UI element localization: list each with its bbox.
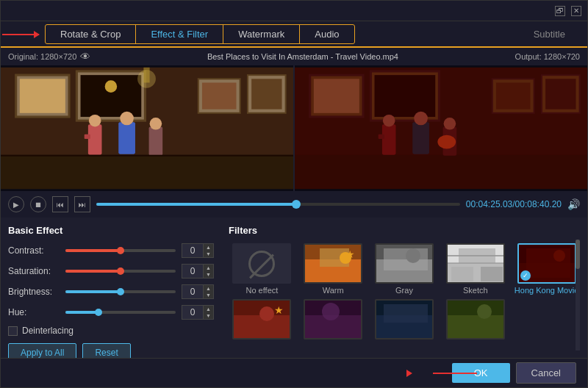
filter-item-no-effect[interactable]: No effect xyxy=(229,243,295,295)
saturation-thumb xyxy=(117,267,124,275)
svg-rect-21 xyxy=(1,155,293,157)
filter-item-r5[interactable] xyxy=(442,299,509,342)
close-button[interactable]: ✕ xyxy=(571,6,581,16)
contrast-down[interactable]: ▼ xyxy=(203,251,213,257)
tab-watermark[interactable]: Watermark xyxy=(223,25,300,43)
title-bar: 🗗 ✕ xyxy=(1,1,587,21)
hue-slider[interactable] xyxy=(65,311,176,314)
basic-effect-section: Basic Effect Contrast: 0 ▲ ▼ Satu xyxy=(8,225,214,351)
saturation-value: 0 xyxy=(182,265,203,278)
saturation-fill xyxy=(65,270,121,273)
deinterlace-label: Deinterlacing xyxy=(22,326,74,336)
filter-item-hk[interactable]: ✓ Hong Kong Movie xyxy=(513,243,580,295)
video-panel-output xyxy=(295,65,587,191)
svg-rect-4 xyxy=(20,79,65,113)
svg-point-7 xyxy=(105,80,118,93)
filter-item-r2[interactable]: ★ xyxy=(229,299,295,342)
deinterlace-checkbox[interactable] xyxy=(8,326,18,336)
saturation-up[interactable]: ▲ xyxy=(203,265,213,271)
svg-rect-54 xyxy=(459,248,495,263)
brightness-thumb xyxy=(117,288,124,295)
playback-bar: ▶ ⏹ ⏮ ⏭ 00:04:25.03/00:08:40.20 🔊 xyxy=(1,191,587,218)
svg-rect-14 xyxy=(85,134,90,139)
volume-icon[interactable]: 🔊 xyxy=(567,198,580,210)
brightness-down[interactable]: ▼ xyxy=(203,292,213,298)
svg-rect-11 xyxy=(251,79,282,109)
contrast-label: Contrast: xyxy=(8,245,60,256)
hk-check-badge: ✓ xyxy=(520,270,531,281)
cancel-button[interactable]: Cancel xyxy=(516,362,576,384)
tab-audio[interactable]: Audio xyxy=(300,25,354,43)
hue-down[interactable]: ▼ xyxy=(203,312,213,319)
svg-rect-69 xyxy=(305,301,362,340)
filter-thumb-r3 xyxy=(304,299,362,340)
svg-point-18 xyxy=(150,118,162,130)
svg-rect-12 xyxy=(88,124,102,154)
red-line2 xyxy=(433,373,477,374)
filter-item-r3[interactable] xyxy=(300,299,367,342)
svg-point-13 xyxy=(89,115,101,127)
filters-section: Filters No effect xyxy=(229,225,580,342)
warm-star-icon: ★ xyxy=(345,248,355,260)
scrollbar-thumb xyxy=(576,240,580,269)
contrast-up[interactable]: ▲ xyxy=(203,244,213,251)
filter-thumb-no-effect xyxy=(232,243,291,284)
saturation-row: Saturation: 0 ▲ ▼ xyxy=(8,264,214,279)
title-bar-controls: 🗗 ✕ xyxy=(555,6,581,16)
minimize-button[interactable]: 🗗 xyxy=(555,6,565,16)
stop-button[interactable]: ⏹ xyxy=(30,196,46,212)
basic-effect-title: Basic Effect xyxy=(8,225,214,236)
tab-arrow-indicator xyxy=(2,21,39,48)
svg-point-16 xyxy=(120,112,134,126)
brightness-slider[interactable] xyxy=(65,290,176,293)
progress-bar[interactable] xyxy=(96,203,460,206)
svg-rect-15 xyxy=(118,122,135,154)
contrast-fill xyxy=(65,249,121,252)
hue-fill xyxy=(65,311,98,314)
svg-rect-77 xyxy=(448,301,505,340)
filter-item-sketch[interactable]: Sketch xyxy=(442,243,509,295)
filter-label-gray: Gray xyxy=(395,286,413,295)
contrast-row: Contrast: 0 ▲ ▼ xyxy=(8,243,214,258)
contrast-value: 0 xyxy=(182,244,203,257)
bottom-action-bar: OK Cancel xyxy=(1,358,587,387)
filter-thumb-sketch xyxy=(446,243,505,284)
filters-title: Filters xyxy=(229,225,580,236)
contrast-arrows: ▲ ▼ xyxy=(203,244,213,257)
filter-thumb-warm: ★ xyxy=(304,243,362,284)
hue-thumb xyxy=(95,309,102,316)
brightness-label: Brightness: xyxy=(8,287,60,297)
eye-icon[interactable]: 👁 xyxy=(80,51,90,62)
video-panels xyxy=(1,65,587,191)
brightness-value: 0 xyxy=(182,285,203,298)
video-panel-original xyxy=(1,65,293,191)
filters-grid: No effect ★ Warm xyxy=(229,243,580,342)
filter-thumb-r4 xyxy=(375,299,434,340)
saturation-slider[interactable] xyxy=(65,270,176,273)
filter-item-r4[interactable] xyxy=(371,299,438,342)
filter-item-warm[interactable]: ★ Warm xyxy=(300,243,367,295)
saturation-arrows: ▲ ▼ xyxy=(203,265,213,278)
next-frame-button[interactable]: ⏭ xyxy=(74,196,90,212)
no-effect-circle xyxy=(248,251,275,277)
contrast-thumb xyxy=(117,247,124,254)
saturation-label: Saturation: xyxy=(8,266,60,276)
svg-rect-73 xyxy=(376,301,434,340)
contrast-slider[interactable] xyxy=(65,249,176,252)
saturation-down[interactable]: ▼ xyxy=(203,271,213,278)
play-button[interactable]: ▶ xyxy=(8,196,24,212)
svg-rect-56 xyxy=(481,267,503,281)
svg-rect-48 xyxy=(384,248,428,270)
prev-frame-button[interactable]: ⏮ xyxy=(52,196,68,212)
tab-subtitle: Subtitle xyxy=(519,25,580,43)
tab-rotate-crop[interactable]: Rotate & Crop xyxy=(46,25,136,43)
hue-up[interactable]: ▲ xyxy=(203,306,213,312)
svg-rect-41 xyxy=(295,68,587,189)
filter-thumb-r2: ★ xyxy=(232,299,291,340)
scrollbar-track[interactable] xyxy=(576,240,580,351)
tab-effect-filter[interactable]: Effect & Filter xyxy=(136,25,223,43)
filter-item-gray[interactable]: Gray xyxy=(371,243,438,295)
hue-arrows: ▲ ▼ xyxy=(203,306,213,319)
brightness-up[interactable]: ▲ xyxy=(203,285,213,292)
filter-label-sketch: Sketch xyxy=(463,286,488,295)
